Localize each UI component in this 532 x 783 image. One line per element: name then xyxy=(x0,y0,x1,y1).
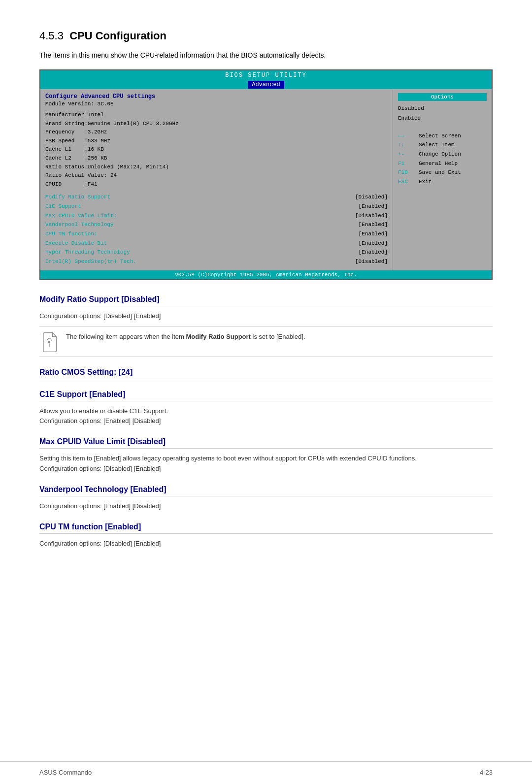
bios-tab-bar: Advanced xyxy=(40,80,492,89)
bios-option-row[interactable]: Modify Ratio Support [Disabled] xyxy=(45,193,388,202)
bios-options-list: Modify Ratio Support [Disabled] C1E Supp… xyxy=(45,193,388,266)
section-body-modify-ratio: Configuration options: [Disabled] [Enabl… xyxy=(39,311,493,322)
intro-text: The items in this menu show the CPU-rela… xyxy=(39,50,493,61)
bios-option-row[interactable]: C1E Support [Enabled] xyxy=(45,202,388,211)
section-divider xyxy=(39,379,493,379)
note-box-modify-ratio: The following item appears when the item… xyxy=(39,326,493,357)
section-modify-ratio: Modify Ratio Support [Disabled] Configur… xyxy=(39,295,493,357)
bios-option-row[interactable]: Max CPUID Value Limit: [Disabled] xyxy=(45,211,388,221)
bios-subheader: Module Version: 3C.0E xyxy=(45,101,388,107)
note-icon xyxy=(39,332,59,352)
bios-sidebar-title: Options xyxy=(398,93,487,101)
section-title: 4.5.3 CPU Configuration xyxy=(39,30,493,42)
footer-left: ASUS Commando xyxy=(39,769,92,776)
bios-nav: ←→ Select Screen ↑↓ Select Item +- Chang… xyxy=(398,131,487,187)
bios-option-row[interactable]: Hyper Threading Technology [Enabled] xyxy=(45,248,388,257)
section-heading-cpu-tm: CPU TM function [Enabled] xyxy=(39,522,493,531)
bios-info: Manufacturer:Intel Brand String:Genuine … xyxy=(45,111,388,189)
section-heading-ratio-cmos: Ratio CMOS Setting: [24] xyxy=(39,368,493,377)
section-c1e: C1E Support [Enabled] Allows you to enab… xyxy=(39,390,493,427)
section-max-cpuid: Max CPUID Value Limit [Disabled] Setting… xyxy=(39,437,493,474)
section-cpu-tm: CPU TM function [Enabled] Configuration … xyxy=(39,522,493,549)
bios-footer: v02.58 (C)Copyright 1985-2006, American … xyxy=(40,270,492,279)
bios-option-row[interactable]: Execute Disable Bit [Enabled] xyxy=(45,239,388,248)
bios-title-bar: BIOS SETUP UTILITY xyxy=(40,70,492,80)
section-divider xyxy=(39,306,493,306)
bios-main: Configure Advanced CPU settings Module V… xyxy=(40,89,393,270)
section-divider xyxy=(39,496,493,496)
bios-sidebar-options: Disabled Enabled xyxy=(398,104,487,124)
section-divider xyxy=(39,448,493,449)
section-body-c1e: Allows you to enable or disable C1E Supp… xyxy=(39,406,493,427)
section-heading-vanderpool: Vanderpool Technology [Enabled] xyxy=(39,485,493,494)
bios-screen: BIOS SETUP UTILITY Advanced Configure Ad… xyxy=(39,69,493,280)
footer-right: 4-23 xyxy=(480,769,493,776)
section-body-vanderpool: Configuration options: [Enabled] [Disabl… xyxy=(39,501,493,512)
note-text-modify-ratio: The following item appears when the item… xyxy=(66,332,305,342)
bios-option-row[interactable]: CPU TM function: [Enabled] xyxy=(45,229,388,239)
bios-header: Configure Advanced CPU settings xyxy=(45,93,388,100)
section-divider xyxy=(39,401,493,401)
bios-content: Configure Advanced CPU settings Module V… xyxy=(40,89,492,270)
bios-option-row[interactable]: Intel(R) SpeedStep(tm) Tech. [Disabled] xyxy=(45,257,388,266)
section-body-cpu-tm: Configuration options: [Disabled] [Enabl… xyxy=(39,539,493,549)
section-vanderpool: Vanderpool Technology [Enabled] Configur… xyxy=(39,485,493,512)
bios-option-row[interactable]: Vanderpool Technology [Enabled] xyxy=(45,220,388,229)
bios-tab-advanced[interactable]: Advanced xyxy=(248,81,284,89)
section-heading-c1e: C1E Support [Enabled] xyxy=(39,390,493,399)
svg-point-0 xyxy=(48,341,51,343)
footer-bar: ASUS Commando 4-23 xyxy=(0,761,532,783)
section-heading-modify-ratio: Modify Ratio Support [Disabled] xyxy=(39,295,493,304)
section-body-max-cpuid: Setting this item to [Enabled] allows le… xyxy=(39,454,493,474)
section-heading-max-cpuid: Max CPUID Value Limit [Disabled] xyxy=(39,437,493,446)
section-ratio-cmos: Ratio CMOS Setting: [24] xyxy=(39,368,493,379)
section-divider xyxy=(39,533,493,534)
bios-sidebar: Options Disabled Enabled ←→ Select Scree… xyxy=(393,89,492,270)
